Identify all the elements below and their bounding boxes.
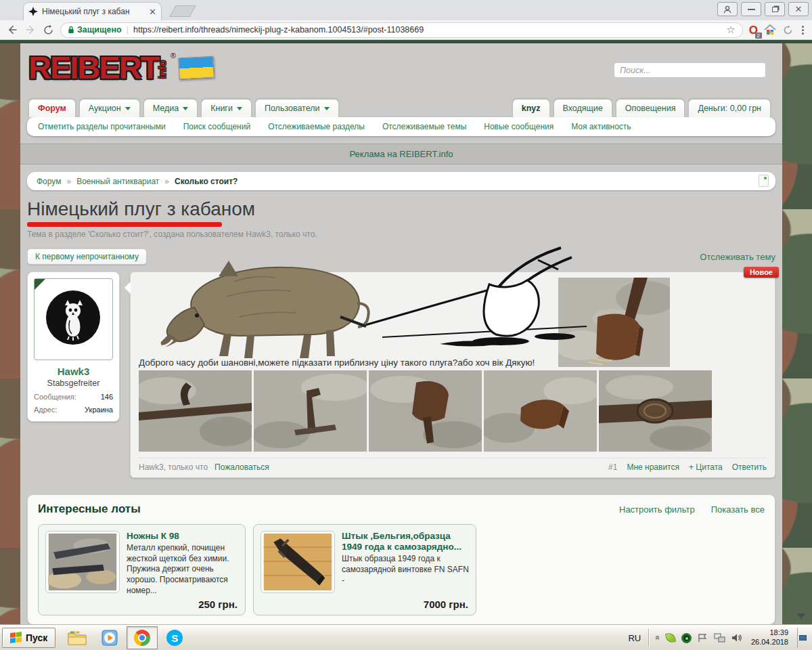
hidden-icons-chevron[interactable]: » — [653, 636, 662, 641]
security-label: Защищено — [77, 25, 122, 35]
security-chip[interactable]: Защищено — [68, 25, 122, 35]
ukraine-flag-icon — [178, 56, 215, 80]
extension-sync-button[interactable] — [782, 24, 794, 36]
quote-link[interactable]: + Цитата — [689, 462, 723, 472]
nav-tab-inbox[interactable]: Входящие — [554, 99, 612, 117]
omnibox-separator: | — [127, 25, 129, 35]
thumbnail-photo[interactable] — [139, 370, 252, 452]
tab-close-icon[interactable]: ✕ — [149, 7, 156, 17]
chevron-down-icon — [125, 107, 131, 110]
nav-tab-auction[interactable]: Аукцион — [79, 99, 140, 117]
chevron-down-icon — [237, 107, 242, 110]
nav-tab-media[interactable]: Медиа — [143, 99, 198, 117]
tray-network-icon[interactable] — [714, 633, 725, 643]
site-logo[interactable]: REIBERT info ® — [28, 51, 214, 83]
reload-button[interactable] — [43, 24, 54, 36]
address-bar[interactable]: Защищено | https://reibert.info/threads/… — [60, 22, 743, 38]
scroll-down-icon[interactable] — [797, 613, 805, 619]
tray-flag-icon[interactable] — [698, 633, 708, 643]
thumbnail-photo[interactable] — [254, 370, 367, 452]
post-footer: Hawk3, только что Пожаловаться #1 Мне нр… — [139, 458, 767, 472]
taskbar-mediaplayer-button[interactable] — [94, 626, 125, 649]
new-badge: Новое — [744, 267, 779, 278]
lot-title[interactable]: Штык ,Бельгия,образца 1949 года к самоза… — [342, 531, 469, 552]
subnav-watched-threads[interactable]: Отслеживаемые темы — [382, 122, 466, 131]
desktop-page-area: REIBERT info ® Форум Аукцион Медиа Книги… — [0, 40, 812, 624]
start-button[interactable]: Пуск — [2, 628, 55, 648]
breadcrumb-category[interactable]: Военный антиквариат — [76, 177, 159, 186]
desktop-icon — [799, 635, 807, 641]
extension-adblock-button[interactable]: O 2 — [749, 24, 758, 36]
thumbnail-photo[interactable] — [369, 370, 482, 452]
new-tab-button[interactable] — [169, 5, 196, 17]
extension-home-button[interactable] — [764, 24, 776, 35]
back-button[interactable] — [6, 24, 18, 36]
taskbar-chrome-button[interactable] — [127, 626, 158, 649]
close-icon: ✕ — [795, 4, 803, 14]
subnav-watched-forums[interactable]: Отслеживаемые разделы — [268, 122, 365, 131]
taskbar-explorer-button[interactable] — [62, 626, 93, 649]
reply-link[interactable]: Ответить — [732, 462, 767, 472]
browser-tab[interactable]: Німецький плуг з кабан ✕ — [23, 2, 162, 20]
browser-toolbar: Защищено | https://reibert.info/threads/… — [0, 20, 812, 40]
post-number[interactable]: #1 — [608, 462, 617, 472]
nav-tab-alerts[interactable]: Оповещения — [616, 99, 685, 117]
profile-button[interactable] — [717, 2, 738, 16]
report-link[interactable]: Пожаловаться — [215, 462, 269, 472]
minimize-button[interactable] — [741, 2, 761, 16]
post-1: Hawk3 Stabsgefreiter Сообщения:146 Адрес… — [27, 272, 775, 478]
lot-item[interactable]: Штык ,Бельгия,образца 1949 года к самоза… — [253, 524, 476, 615]
maximize-button[interactable] — [765, 2, 785, 16]
extension-badge: 2 — [755, 32, 762, 39]
breadcrumb-forum[interactable]: Форум — [37, 177, 61, 186]
configure-filter-link[interactable]: Настроить фильтр — [619, 504, 695, 515]
media-player-icon — [101, 629, 118, 647]
tray-separator — [648, 629, 649, 647]
lot-item[interactable]: Ножны К 98 Металл крепкий, почищен жестк… — [38, 524, 246, 615]
page-status-icon[interactable] — [759, 175, 769, 187]
watch-thread-link[interactable]: Отслеживать тему — [700, 252, 775, 262]
first-unread-button[interactable]: К первому непрочитанному — [27, 248, 147, 265]
logo-info-text: info — [157, 60, 168, 79]
bookmark-star-icon[interactable]: ☆ — [726, 24, 735, 36]
nav-tab-users[interactable]: Пользователи — [255, 99, 339, 117]
url-text[interactable]: https://reibert.info/threads/nimeckij-pl… — [133, 25, 721, 35]
nav-tab-username[interactable]: knyz — [512, 99, 550, 117]
nav-tab-books[interactable]: Книги — [201, 99, 252, 117]
thumbnail-photo[interactable] — [599, 370, 712, 452]
nav-tab-money[interactable]: Деньги: 0,00 грн — [688, 99, 771, 117]
avatar-frame[interactable] — [34, 278, 113, 360]
show-desktop-button[interactable] — [797, 628, 808, 648]
plow-blade-photo[interactable] — [558, 278, 670, 367]
address-value: Украина — [85, 406, 113, 414]
subnav-my-activity[interactable]: Моя активность — [571, 122, 631, 131]
language-indicator[interactable]: RU — [627, 633, 642, 643]
tray-clock[interactable]: 18:39 26.04.2018 — [748, 628, 791, 647]
like-link[interactable]: Мне нравится — [627, 462, 679, 472]
lot-photo — [45, 531, 120, 593]
close-window-button[interactable]: ✕ — [788, 2, 809, 16]
sub-navigation: Отметить разделы прочитанными Поиск сооб… — [27, 117, 775, 136]
ad-banner[interactable]: Реклама на REIBERT.info — [20, 144, 782, 165]
thumbnail-photo[interactable] — [484, 370, 597, 452]
tab-title: Німецький плуг з кабан — [42, 7, 145, 16]
lot-title[interactable]: Ножны К 98 — [127, 531, 238, 542]
tray-leaf-icon[interactable] — [665, 632, 676, 643]
show-all-link[interactable]: Показать все — [711, 504, 765, 515]
forward-button[interactable] — [24, 24, 37, 36]
chevron-down-icon — [324, 107, 330, 110]
subnav-mark-read[interactable]: Отметить разделы прочитанными — [38, 122, 166, 131]
browser-menu-button[interactable] — [800, 26, 806, 35]
interesting-lots-panel: Интересные лоты Настроить фильтр Показат… — [27, 494, 775, 624]
favicon-cross-icon — [28, 7, 38, 16]
taskbar-skype-button[interactable]: S — [159, 626, 190, 649]
author-name[interactable]: Hawk3 — [34, 366, 113, 377]
subnav-new-posts[interactable]: Новые сообщения — [484, 122, 554, 131]
subnav-search-posts[interactable]: Поиск сообщений — [183, 122, 250, 131]
lot-photo — [261, 531, 335, 593]
lots-title: Интересные лоты — [38, 502, 141, 516]
tray-webcam-icon[interactable] — [681, 633, 692, 643]
nav-tab-forum[interactable]: Форум — [28, 99, 76, 117]
tray-volume-icon[interactable] — [731, 633, 742, 643]
search-input[interactable] — [614, 62, 766, 78]
